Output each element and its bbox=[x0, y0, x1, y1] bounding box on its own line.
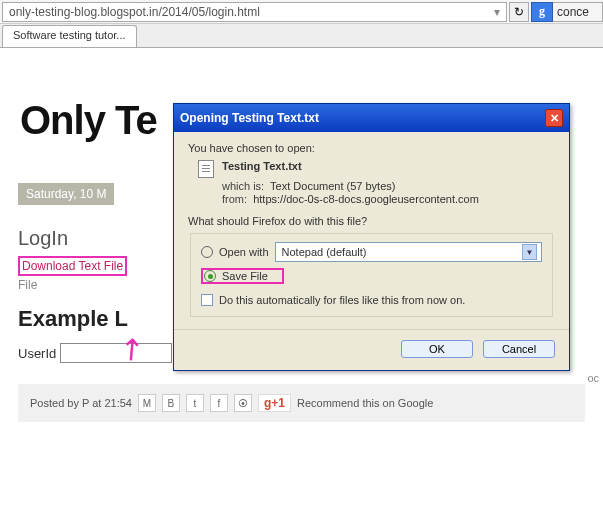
reload-button[interactable]: ↻ bbox=[509, 2, 529, 22]
search-input[interactable]: conce bbox=[553, 2, 603, 22]
share-twitter-icon[interactable]: t bbox=[186, 394, 204, 412]
dialog-titlebar[interactable]: Opening Testing Text.txt ✕ bbox=[174, 104, 569, 132]
recommend-label: Recommend this on Google bbox=[297, 397, 433, 409]
open-with-value: Notepad (default) bbox=[282, 246, 367, 258]
search-engine-button[interactable]: g bbox=[531, 2, 553, 22]
posted-by-text: Posted by P at 21:54 bbox=[30, 397, 132, 409]
ok-button[interactable]: OK bbox=[401, 340, 473, 358]
tab-strip: Software testing tutor... bbox=[0, 24, 603, 48]
url-text: only-testing-blog.blogspot.in/2014/05/lo… bbox=[9, 5, 260, 19]
chevron-down-icon: ▼ bbox=[522, 244, 537, 260]
download-link[interactable]: Download Text File bbox=[18, 256, 127, 276]
which-is-value: Text Document (57 bytes) bbox=[270, 180, 395, 192]
dialog-intro: You have chosen to open: bbox=[188, 142, 555, 154]
save-file-label: Save File bbox=[222, 270, 268, 282]
tab-active[interactable]: Software testing tutor... bbox=[2, 25, 137, 47]
google-g-icon: g bbox=[539, 4, 545, 19]
reload-icon: ↻ bbox=[514, 5, 524, 19]
from-label: from: bbox=[222, 193, 247, 205]
post-date-badge: Saturday, 10 M bbox=[18, 183, 114, 205]
open-with-radio[interactable] bbox=[201, 246, 213, 258]
save-file-radio[interactable] bbox=[204, 270, 216, 282]
google-plus-one-button[interactable]: g+1 bbox=[258, 394, 291, 412]
open-with-label: Open with bbox=[219, 246, 269, 258]
file-icon bbox=[198, 160, 214, 178]
post-footer: Posted by P at 21:54 M B t f ⦿ g+1 Recom… bbox=[18, 384, 585, 422]
close-button[interactable]: ✕ bbox=[545, 109, 563, 127]
dropdown-icon[interactable]: ▾ bbox=[494, 5, 500, 19]
download-dialog: Opening Testing Text.txt ✕ You have chos… bbox=[173, 103, 570, 371]
share-blog-icon[interactable]: B bbox=[162, 394, 180, 412]
dialog-question: What should Firefox do with this file? bbox=[188, 215, 555, 227]
auto-label: Do this automatically for files like thi… bbox=[219, 294, 465, 306]
userid-label: UserId bbox=[18, 346, 56, 361]
which-is-label: which is: bbox=[222, 180, 264, 192]
dialog-filename: Testing Text.txt bbox=[222, 160, 302, 172]
open-with-select[interactable]: Notepad (default) ▼ bbox=[275, 242, 542, 262]
dialog-cancel-button[interactable]: Cancel bbox=[483, 340, 555, 358]
share-pinterest-icon[interactable]: ⦿ bbox=[234, 394, 252, 412]
truncated-text: oc bbox=[587, 372, 599, 384]
url-bar[interactable]: only-testing-blog.blogspot.in/2014/05/lo… bbox=[2, 2, 507, 22]
from-value: https://doc-0s-c8-docs.googleusercontent… bbox=[253, 193, 479, 205]
dialog-title-text: Opening Testing Text.txt bbox=[180, 111, 319, 125]
auto-checkbox[interactable] bbox=[201, 294, 213, 306]
share-email-icon[interactable]: M bbox=[138, 394, 156, 412]
close-icon: ✕ bbox=[550, 112, 559, 125]
share-facebook-icon[interactable]: f bbox=[210, 394, 228, 412]
